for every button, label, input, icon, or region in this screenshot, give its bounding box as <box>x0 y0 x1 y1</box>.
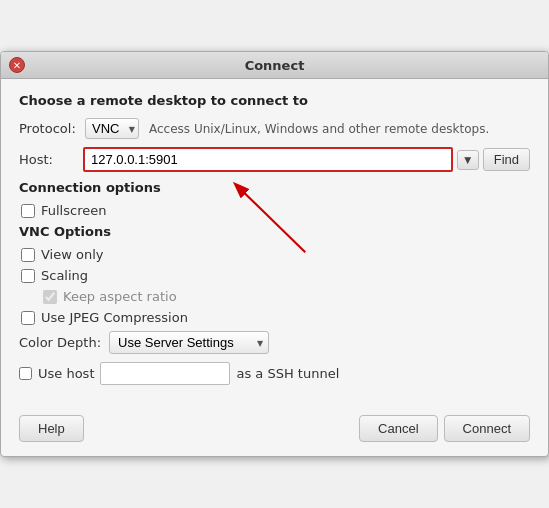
connection-options-header: Connection options <box>19 180 530 195</box>
use-host-checkbox-label: Use host <box>38 366 94 381</box>
host-row: Host: ▼ Find <box>19 147 530 172</box>
dialog-content: Choose a remote desktop to connect to Pr… <box>1 79 548 407</box>
connect-dialog: ✕ Connect Choose a remote desktop to con… <box>0 51 549 457</box>
color-depth-select[interactable]: Use Server SettingsTrue color (24 bits)H… <box>109 331 269 354</box>
host-dropdown-button[interactable]: ▼ <box>457 150 479 170</box>
use-host-row: Use host as a SSH tunnel <box>19 362 530 385</box>
use-host-input[interactable] <box>100 362 230 385</box>
color-depth-row: Color Depth: Use Server SettingsTrue col… <box>19 331 530 354</box>
bottom-bar: Help Cancel Connect <box>1 407 548 456</box>
window-title: Connect <box>31 58 518 73</box>
fullscreen-row: Fullscreen <box>19 203 530 218</box>
protocol-row: Protocol: VNC Access Unix/Linux, Windows… <box>19 118 530 139</box>
keep-aspect-label: Keep aspect ratio <box>63 289 177 304</box>
host-label: Host: <box>19 152 79 167</box>
protocol-select-wrapper[interactable]: VNC <box>85 118 139 139</box>
view-only-label: View only <box>41 247 103 262</box>
action-buttons: Cancel Connect <box>359 415 530 442</box>
jpeg-checkbox[interactable] <box>21 311 35 325</box>
color-depth-select-wrapper[interactable]: Use Server SettingsTrue color (24 bits)H… <box>109 331 269 354</box>
scaling-row: Scaling <box>19 268 530 283</box>
keep-aspect-row: Keep aspect ratio <box>19 289 530 304</box>
protocol-description: Access Unix/Linux, Windows and other rem… <box>149 122 489 136</box>
fullscreen-checkbox[interactable] <box>21 204 35 218</box>
view-only-row: View only <box>19 247 530 262</box>
jpeg-row: Use JPEG Compression <box>19 310 530 325</box>
connect-button[interactable]: Connect <box>444 415 530 442</box>
fullscreen-label: Fullscreen <box>41 203 106 218</box>
use-host-suffix: as a SSH tunnel <box>236 366 339 381</box>
protocol-select[interactable]: VNC <box>85 118 139 139</box>
host-input[interactable] <box>83 147 453 172</box>
find-button[interactable]: Find <box>483 148 530 171</box>
choose-header: Choose a remote desktop to connect to <box>19 93 530 108</box>
keep-aspect-checkbox[interactable] <box>43 290 57 304</box>
use-host-checkbox[interactable] <box>19 367 32 380</box>
jpeg-label: Use JPEG Compression <box>41 310 188 325</box>
vnc-options-header: VNC Options <box>19 224 530 239</box>
protocol-label: Protocol: <box>19 121 79 136</box>
cancel-button[interactable]: Cancel <box>359 415 437 442</box>
scaling-checkbox[interactable] <box>21 269 35 283</box>
help-button[interactable]: Help <box>19 415 84 442</box>
close-button[interactable]: ✕ <box>9 57 25 73</box>
color-depth-label: Color Depth: <box>19 335 101 350</box>
scaling-label: Scaling <box>41 268 88 283</box>
view-only-checkbox[interactable] <box>21 248 35 262</box>
titlebar: ✕ Connect <box>1 52 548 79</box>
